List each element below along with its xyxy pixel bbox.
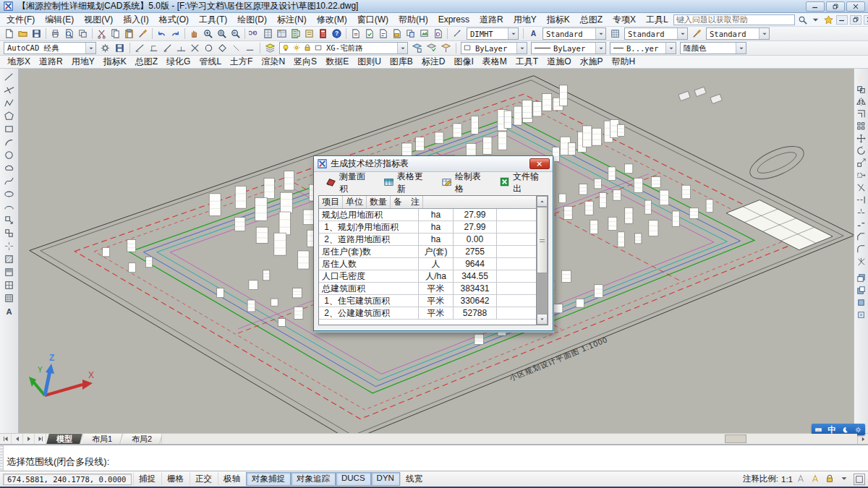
insert-block-tool[interactable] [3,214,16,226]
doc-minimize-button[interactable] [836,15,848,25]
help-search-input[interactable] [673,14,795,25]
field-button[interactable] [376,27,390,40]
menu-item[interactable]: 格式(O) [154,13,194,26]
coordinate-readout[interactable]: 674.5881, 240.1778, 0.0000 [3,474,132,485]
restore-button[interactable] [826,1,845,12]
draw-table-button[interactable]: 绘制表格 [438,168,486,197]
plugin-menu-item[interactable]: 土方F [226,56,257,68]
table-row[interactable]: 规划总用地面积 ha 27.99 [319,209,548,221]
workspace-save-tool[interactable] [113,42,127,54]
keyboard-icon[interactable] [814,426,822,434]
bring-to-front-tool[interactable] [855,272,867,283]
osnap-intersection-button[interactable] [188,42,202,54]
line-tool[interactable] [3,71,16,83]
chevron-down-icon[interactable] [595,28,605,39]
scrollbar-thumb[interactable] [537,207,548,273]
chevron-down-icon[interactable] [595,43,605,53]
fillet-tool[interactable] [855,243,867,254]
plot-preview-button[interactable] [62,27,76,40]
chevron-down-icon[interactable] [85,43,95,53]
menu-item[interactable]: 文件(F) [1,13,40,26]
osnap-temporary-track-button[interactable] [133,42,147,54]
menu-item[interactable]: 工具(T) [194,13,232,26]
revision-cloud-tool[interactable] [3,162,16,174]
cut-button[interactable] [95,27,109,40]
zoom-realtime-button[interactable] [201,27,215,40]
match-properties-button[interactable] [136,27,150,40]
scroll-right-icon[interactable] [857,434,868,444]
chevron-down-icon[interactable] [516,43,527,53]
help-button[interactable]: ? [330,27,344,40]
layout-tab[interactable]: 模型 [46,434,82,444]
pan-button[interactable] [187,27,201,40]
menu-item[interactable]: 道路R [475,13,509,26]
layout-tab[interactable]: 布局2 [122,434,163,444]
plugin-menu-item[interactable]: 数据E [321,56,353,68]
table-row[interactable]: 1、住宅建筑面积 平米 330642 [319,295,548,307]
osnap-quadrant-button[interactable] [216,42,229,54]
scroll-down-icon[interactable] [537,314,548,325]
menu-item[interactable]: 专项X [608,13,641,26]
plugin-menu-item[interactable]: 道路R [35,56,67,68]
new-file-button[interactable] [2,27,16,40]
status-toggle[interactable]: DUCS [336,472,371,486]
ellipse-arc-tool[interactable] [3,201,16,213]
hatch-tool[interactable] [3,253,16,265]
dim-style-combo[interactable]: Standard [624,27,688,40]
measure-area-button[interactable]: 测量面积 [323,168,370,197]
mirror-tool[interactable] [855,95,867,107]
close-button[interactable] [846,1,865,12]
hscroll-thumb[interactable] [725,435,746,443]
chevron-down-icon[interactable] [759,28,769,39]
text-style-tool[interactable]: A [527,27,540,40]
menu-item[interactable]: 修改(M) [312,13,352,26]
rectangle-tool[interactable] [3,123,16,135]
menu-item[interactable]: 用地Y [509,13,542,26]
zoom-previous-button[interactable] [229,27,242,40]
plot-button[interactable] [48,27,62,40]
menu-item[interactable]: Express [433,13,475,26]
doc-restore-button[interactable] [850,15,861,25]
table-row[interactable]: 总建筑面积 平米 383431 [319,283,548,295]
menu-item[interactable]: 帮助(H) [393,13,433,26]
status-toggle[interactable]: 对象捕捉 [246,472,291,486]
table-update-button[interactable]: 表格更新 [380,168,428,197]
toolbar-lock-icon[interactable] [825,474,836,485]
layer-freeze-sun-icon[interactable] [292,43,302,53]
dialog-close-button[interactable] [529,158,550,169]
annotation-visibility-icon[interactable] [796,474,807,485]
region-tool[interactable] [3,279,16,291]
osnap-node-button[interactable] [229,42,243,54]
menu-item[interactable]: 视图(V) [79,13,118,26]
osnap-center-button[interactable] [202,42,216,54]
lineweight-combo[interactable]: B...yer [610,42,676,54]
plugin-menu-item[interactable]: 总图Z [131,56,162,68]
stretch-tool[interactable] [855,169,867,181]
menu-item[interactable]: 插入(I) [118,13,153,26]
xref-manager-button[interactable] [404,27,417,40]
clean-screen-button[interactable] [854,474,865,485]
polyline-tool[interactable] [3,97,16,109]
dim-text-style-combo[interactable]: DIMHT [467,27,519,40]
favorites-star-icon[interactable] [823,14,834,25]
previous-tab-icon[interactable] [12,434,23,444]
layer-states-tool[interactable] [410,42,424,54]
redo-button[interactable] [169,27,182,40]
polygon-tool[interactable] [3,110,16,122]
ime-settings-gear-icon[interactable] [854,426,862,434]
status-toggle[interactable]: 正交 [190,472,218,486]
layer-on-bulb-icon[interactable] [281,43,291,53]
table-style-combo[interactable]: Standard [706,27,770,40]
menu-item[interactable]: 工具L [641,13,673,26]
plugin-menu-item[interactable]: 地形X [3,56,35,68]
table-style-tool[interactable] [690,27,704,40]
menu-item[interactable]: 标注(N) [272,13,312,26]
search-icon[interactable] [797,14,808,25]
menu-item[interactable]: 总图Z [575,13,608,26]
layer-color-swatch[interactable] [314,43,323,53]
chevron-down-icon[interactable] [665,43,676,53]
last-tab-icon[interactable] [35,434,46,444]
layer-properties-tool[interactable] [263,42,277,54]
horizontal-scrollbar[interactable] [161,434,857,444]
annotation-autoscale-icon[interactable] [810,474,822,485]
